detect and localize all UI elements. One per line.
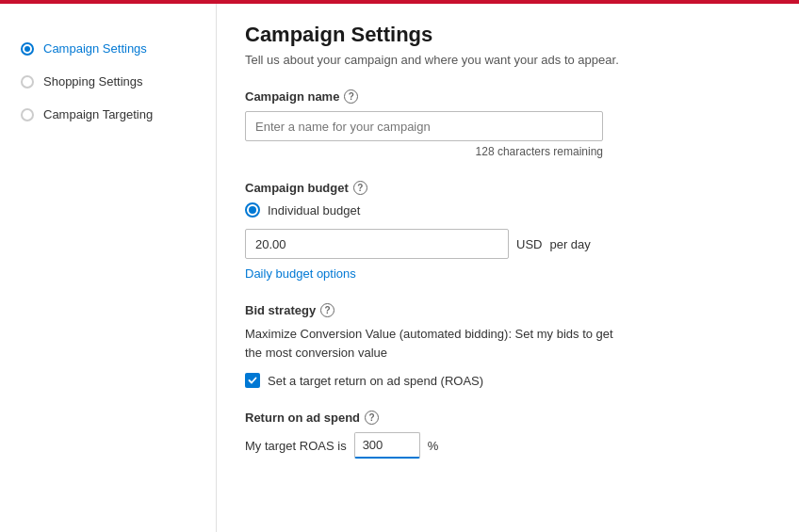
campaign-budget-label: Campaign budget ?: [245, 181, 771, 195]
bid-strategy-description: Maximize Conversion Value (automated bid…: [245, 325, 622, 362]
roas-help-icon[interactable]: ?: [365, 411, 379, 425]
budget-input-row: USD per day: [245, 229, 771, 259]
roas-section: Return on ad spend ? My target ROAS is %: [245, 411, 771, 459]
sidebar: Campaign Settings Shopping Settings Camp…: [0, 4, 217, 532]
sidebar-radio-campaign-targeting: [21, 108, 34, 121]
main-content: Campaign Settings Tell us about your cam…: [217, 4, 799, 532]
campaign-budget-section: Campaign budget ? Individual budget USD …: [245, 181, 771, 281]
budget-period: per day: [549, 237, 590, 251]
bid-strategy-label: Bid strategy ?: [245, 303, 771, 317]
sidebar-item-campaign-settings[interactable]: Campaign Settings: [9, 32, 216, 65]
checkmark-icon: [248, 376, 257, 385]
sidebar-item-campaign-targeting[interactable]: Campaign Targeting: [9, 98, 216, 131]
campaign-name-input[interactable]: [245, 111, 603, 141]
sidebar-radio-campaign-settings: [21, 42, 34, 56]
campaign-name-help-icon[interactable]: ?: [344, 89, 358, 104]
roas-checkbox-row[interactable]: Set a target return on ad spend (ROAS): [245, 373, 771, 388]
top-bar: [0, 0, 799, 4]
individual-budget-label: Individual budget: [268, 203, 360, 218]
page-subtitle: Tell us about your campaign and where yo…: [245, 53, 771, 67]
campaign-budget-help-icon[interactable]: ?: [353, 181, 367, 195]
sidebar-label-campaign-settings: Campaign Settings: [43, 41, 147, 56]
budget-value-input[interactable]: [245, 229, 509, 259]
page-title: Campaign Settings: [245, 23, 771, 47]
roas-suffix: %: [428, 439, 439, 453]
bid-strategy-section: Bid strategy ? Maximize Conversion Value…: [245, 303, 771, 388]
daily-budget-options-link[interactable]: Daily budget options: [245, 266, 356, 281]
sidebar-label-campaign-targeting: Campaign Targeting: [43, 107, 153, 121]
roas-label: Return on ad spend ?: [245, 411, 771, 425]
bid-strategy-help-icon[interactable]: ?: [320, 303, 334, 317]
sidebar-label-shopping-settings: Shopping Settings: [43, 74, 143, 89]
campaign-name-label: Campaign name ?: [245, 89, 771, 104]
roas-input-row: My target ROAS is %: [245, 432, 771, 459]
char-remaining-text: 128 characters remaining: [245, 145, 603, 158]
roas-prefix: My target ROAS is: [245, 439, 347, 453]
sidebar-radio-shopping-settings: [21, 75, 34, 89]
sidebar-item-shopping-settings[interactable]: Shopping Settings: [9, 65, 216, 98]
roas-value-input[interactable]: [354, 432, 420, 459]
roas-checkbox-label: Set a target return on ad spend (ROAS): [268, 374, 483, 388]
individual-budget-radio-row[interactable]: Individual budget: [245, 202, 771, 218]
roas-checkbox[interactable]: [245, 373, 260, 388]
budget-currency: USD: [516, 237, 542, 251]
individual-budget-radio[interactable]: [245, 202, 260, 218]
campaign-name-section: Campaign name ? 128 characters remaining: [245, 89, 771, 158]
